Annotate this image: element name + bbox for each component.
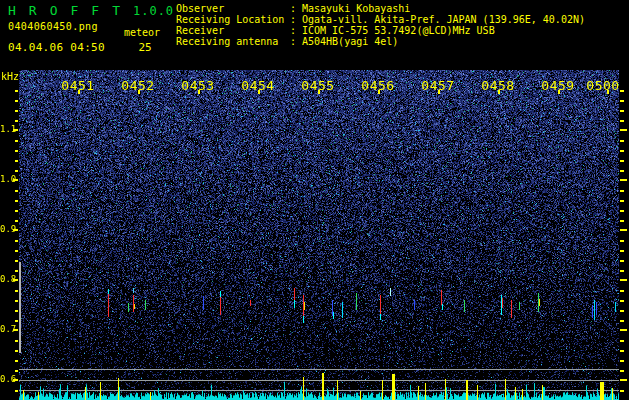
freq-minor-tick-right: [620, 190, 624, 192]
freq-minor-tick-right: [620, 390, 624, 392]
time-tick-mark: [318, 90, 320, 94]
freq-major-tick-right: [620, 179, 627, 181]
freq-major-tick-right: [620, 379, 627, 381]
freq-minor-tick-left: [15, 160, 18, 162]
freq-minor-tick-left: [15, 110, 18, 112]
freq-tick-label: 1.0: [0, 174, 13, 184]
spectrogram-canvas: [19, 70, 619, 400]
freq-minor-tick-right: [620, 240, 624, 242]
freq-minor-tick-left: [15, 90, 18, 92]
freq-minor-tick-left: [15, 340, 18, 342]
freq-minor-tick-left: [15, 170, 18, 172]
freq-major-tick-left: [13, 279, 18, 281]
freq-minor-tick-right: [620, 270, 624, 272]
filename-label: 0404060450.png: [8, 21, 98, 32]
info-label: Receiving antenna: [176, 36, 290, 47]
info-row: Receiving antenna:A504HB(yagi 4el): [176, 36, 585, 47]
freq-major-tick-right: [620, 229, 627, 231]
freq-tick-label: 0.6: [0, 374, 13, 384]
time-tick-mark: [78, 90, 80, 94]
freq-minor-tick-right: [620, 160, 624, 162]
freq-minor-tick-right: [620, 370, 624, 372]
freq-major-tick-left: [13, 179, 18, 181]
freq-minor-tick-right: [620, 220, 624, 222]
freq-major-tick-right: [620, 129, 627, 131]
station-info: Observer:Masayuki KobayashiReceiving Loc…: [176, 3, 585, 47]
info-colon: :: [290, 3, 302, 14]
freq-tick-label: 0.8: [0, 274, 13, 284]
time-tick-mark: [378, 90, 380, 94]
freq-minor-tick-right: [620, 290, 624, 292]
freq-minor-tick-right: [620, 360, 624, 362]
info-label: Observer: [176, 3, 290, 14]
time-tick-mark: [198, 90, 200, 94]
info-colon: :: [290, 36, 302, 47]
info-colon: :: [290, 25, 302, 36]
freq-minor-tick-left: [15, 200, 18, 202]
freq-minor-tick-right: [620, 250, 624, 252]
freq-minor-tick-left: [15, 140, 18, 142]
freq-major-tick-left: [13, 329, 18, 331]
info-value: ICOM IC-575 53.7492(@LCD)MHz USB: [302, 25, 495, 36]
freq-minor-tick-left: [15, 310, 18, 312]
freq-minor-tick-right: [620, 260, 624, 262]
app-version: 1.0.0: [133, 4, 174, 18]
freq-minor-tick-right: [620, 140, 624, 142]
hrofft-window: HROFFT1.0.0 0404060450.png meteor 04.04.…: [0, 0, 629, 400]
info-value: A504HB(yagi 4el): [302, 36, 398, 47]
freq-minor-tick-right: [620, 340, 624, 342]
freq-minor-tick-left: [15, 240, 18, 242]
time-tick-mark: [558, 90, 560, 94]
freq-tick-label: 0.9: [0, 224, 13, 234]
app-title: HROFFT1.0.0: [8, 3, 174, 18]
freq-major-tick-right: [620, 329, 627, 331]
freq-minor-tick-left: [15, 120, 18, 122]
datetime-label: 04.04.06 04:50: [8, 41, 105, 54]
freq-tick-label: 1.1: [0, 124, 13, 134]
freq-minor-tick-left: [15, 250, 18, 252]
freq-minor-tick-left: [15, 370, 18, 372]
freq-minor-tick-left: [15, 360, 18, 362]
freq-minor-tick-left: [15, 300, 18, 302]
time-tick-mark: [138, 90, 140, 94]
freq-minor-tick-left: [15, 210, 18, 212]
time-tick-mark: [498, 90, 500, 94]
mode-label: meteor: [124, 27, 160, 38]
freq-minor-tick-left: [15, 390, 18, 392]
freq-minor-tick-left: [15, 270, 18, 272]
freq-minor-tick-right: [620, 170, 624, 172]
meteor-count: 25: [127, 41, 163, 54]
freq-minor-tick-left: [15, 100, 18, 102]
freq-minor-tick-right: [620, 150, 624, 152]
freq-minor-tick-right: [620, 100, 624, 102]
freq-axis-unit: kHz: [1, 71, 19, 82]
freq-minor-tick-right: [620, 120, 624, 122]
freq-minor-tick-left: [15, 150, 18, 152]
time-tick-label: 0500: [581, 78, 625, 93]
freq-major-tick-right: [620, 279, 627, 281]
app-title-text: HROFFT: [8, 3, 133, 18]
freq-minor-tick-right: [620, 320, 624, 322]
freq-tick-label: 0.7: [0, 324, 13, 334]
info-row: Receiving Location:Ogata-vill. Akita-Pre…: [176, 14, 585, 25]
freq-major-tick-left: [13, 379, 18, 381]
time-tick-mark: [438, 90, 440, 94]
freq-major-tick-left: [13, 229, 18, 231]
freq-minor-tick-left: [15, 290, 18, 292]
time-tick-mark: [258, 90, 260, 94]
freq-minor-tick-right: [620, 310, 624, 312]
info-row: Observer:Masayuki Kobayashi: [176, 3, 585, 14]
freq-minor-tick-right: [620, 350, 624, 352]
info-label: Receiver: [176, 25, 290, 36]
freq-minor-tick-left: [15, 320, 18, 322]
freq-minor-tick-left: [15, 350, 18, 352]
freq-minor-tick-right: [620, 210, 624, 212]
freq-minor-tick-right: [620, 300, 624, 302]
freq-minor-tick-left: [15, 220, 18, 222]
freq-minor-tick-right: [620, 110, 624, 112]
info-value: Masayuki Kobayashi: [302, 3, 410, 14]
freq-minor-tick-left: [15, 260, 18, 262]
time-tick-mark: [607, 90, 609, 94]
freq-major-tick-left: [13, 129, 18, 131]
info-row: Receiver:ICOM IC-575 53.7492(@LCD)MHz US…: [176, 25, 585, 36]
